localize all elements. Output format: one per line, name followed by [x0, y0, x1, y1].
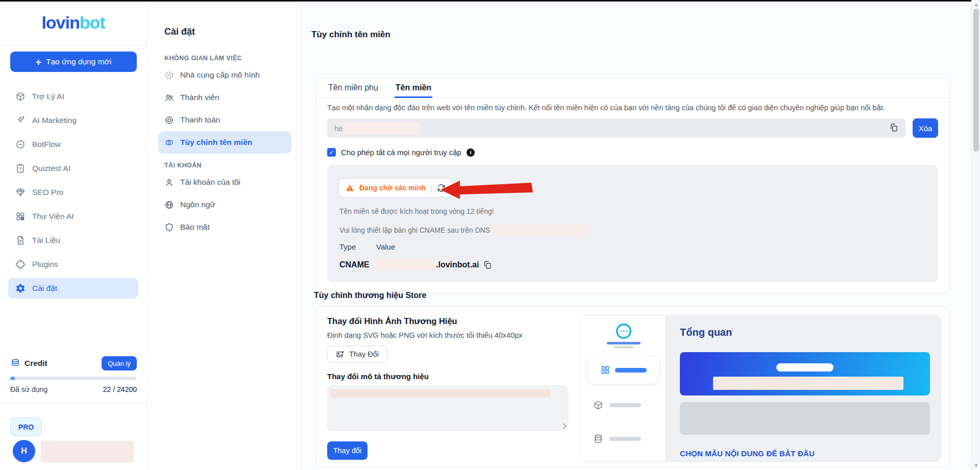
- preview-brand-logo: [581, 323, 666, 348]
- coins-icon: [10, 358, 20, 368]
- nav-item-custom-domain[interactable]: Tùy chỉnh tên miền: [158, 131, 291, 154]
- sidebar-item-label: Plugins: [32, 260, 58, 269]
- dns-provider-redacted: [494, 225, 589, 236]
- plan-badge: PRO: [10, 417, 42, 436]
- store-branding-card: Thay đổi Hình Ảnh Thương Hiệu Định dạng …: [315, 306, 950, 467]
- sidebar-item-label: SEO Pro: [32, 188, 63, 197]
- preview-nav-active-item: [588, 356, 659, 384]
- page-scrollbar[interactable]: ▲ ▼: [971, 0, 980, 470]
- user-name-redacted: [41, 441, 134, 462]
- sidebar-item-label: Tài Liệu: [32, 236, 60, 245]
- change-image-button[interactable]: Thay Đổi: [327, 345, 387, 363]
- app-sidebar: lovinbot +Tạo ứng dụng mới Trợ Lý AI AI …: [0, 0, 147, 470]
- nav-item-label: Thành viên: [180, 93, 219, 102]
- dns-type-header: Type: [339, 242, 376, 251]
- preview-mini-sidebar: [581, 315, 666, 461]
- people-icon: [164, 93, 174, 103]
- preview-gradient-banner: [680, 352, 930, 395]
- dns-instruction: Vui lòng thiết lập bản ghi CNAME sau trê…: [339, 226, 490, 234]
- sidebar-item-ai-marketing[interactable]: AI Marketing: [8, 110, 138, 131]
- domain-tabs: Tên miền phụ Tên miền: [316, 78, 949, 98]
- copy-icon[interactable]: [889, 123, 899, 133]
- logo-accent: bot: [80, 13, 105, 33]
- tab-domain[interactable]: Tên miền: [395, 78, 432, 98]
- scrollbar-down-arrow[interactable]: ▼: [972, 461, 980, 469]
- scrollbar-thumb[interactable]: [973, 9, 979, 152]
- globe-icon: [164, 200, 174, 210]
- svg-text:?: ?: [19, 166, 21, 171]
- database-icon: [593, 434, 603, 444]
- avatar[interactable]: H: [13, 440, 35, 462]
- credit-title: Credit: [24, 359, 47, 368]
- sparkle-icon: [15, 115, 26, 126]
- main-content: Tùy chỉnh tên miền Tên miền phụ Tên miền…: [298, 0, 971, 470]
- dns-value-suffix: .lovinbot.ai: [436, 260, 479, 269]
- nav-item-label: Nhà cung cấp mô hình: [180, 70, 260, 80]
- sidebar-menu: Trợ Lý AI AI Marketing BotFlow ? Quiztes…: [0, 78, 146, 299]
- top-border: [0, 0, 971, 2]
- domain-description: Tạo một nhận dạng độc đáo trên web với t…: [327, 104, 938, 112]
- verification-status-badge[interactable]: Đang chờ xác minh |: [338, 178, 452, 197]
- credit-manage-button[interactable]: Quản lý: [102, 356, 137, 370]
- sidebar-divider: [0, 403, 147, 404]
- submit-description-button[interactable]: Thay đổi: [327, 441, 368, 460]
- badge-separator: |: [430, 184, 432, 192]
- credit-section: Credit Quản lý Đã sử dụng 22 / 24200: [10, 356, 137, 393]
- app-logo[interactable]: lovinbot: [0, 0, 146, 45]
- preview-brand-subtitle-placeholder: [614, 347, 633, 348]
- brand-description-redacted: [331, 389, 550, 398]
- sidebar-item-botflow[interactable]: BotFlow: [8, 134, 138, 155]
- settings-nav: Cài đặt KHÔNG GIAN LÀM VIỆC Nhà cung cấp…: [148, 0, 297, 470]
- nav-item-language[interactable]: Ngôn ngữ: [158, 193, 291, 216]
- preview-nav-item: [593, 400, 641, 410]
- preview-nav-item: [593, 434, 641, 444]
- nav-item-model-provider[interactable]: Nhà cung cấp mô hình: [158, 64, 291, 86]
- sidebar-item-quiztest-ai[interactable]: ? Quiztest AI: [8, 158, 138, 179]
- dns-record-type: CNAME: [339, 260, 376, 269]
- sidebar-item-cai-dat[interactable]: Cài đặt: [8, 278, 138, 299]
- domain-input-value: he: [334, 124, 343, 133]
- sidebar-item-plugins[interactable]: Plugins: [8, 254, 138, 275]
- brand-description-label: Thay đổi mô tả thương hiệu: [327, 372, 570, 381]
- info-icon[interactable]: i: [467, 149, 475, 157]
- brand-image-hint: Định dạng SVG hoặc PNG với kích thước tố…: [327, 331, 570, 339]
- credit-used-label: Đã sử dụng: [10, 385, 47, 393]
- copy-icon[interactable]: [483, 260, 492, 269]
- store-preview: Tổng quan CHỌN MẪU NỘI DUNG ĐỂ BẮT ĐẦU: [580, 315, 941, 462]
- nav-item-label: Bảo mật: [180, 222, 210, 232]
- nav-item-security[interactable]: Bảo mật: [158, 216, 291, 238]
- new-app-button[interactable]: +Tạo ứng dụng mới: [10, 52, 137, 72]
- cube-icon: [15, 91, 26, 102]
- person-icon: [164, 178, 174, 187]
- nav-item-members[interactable]: Thành viên: [158, 86, 291, 109]
- dns-record-row: CNAME .lovinbot.ai: [339, 259, 492, 271]
- public-access-checkbox[interactable]: ✓: [327, 148, 336, 157]
- venn-circles-icon: [164, 138, 174, 147]
- sidebar-item-seo-pro[interactable]: SEO Pro: [8, 182, 138, 203]
- circle-minus-icon: [15, 139, 26, 150]
- sidebar-item-label: AI Marketing: [32, 116, 77, 125]
- plus-icon: +: [36, 57, 41, 67]
- domain-input[interactable]: he: [327, 118, 905, 138]
- clipboard-question-icon: ?: [15, 163, 26, 174]
- delete-domain-button[interactable]: Xóa: [913, 118, 938, 138]
- new-app-label: Tạo ứng dụng mới: [46, 57, 111, 66]
- sidebar-item-thu-vien-ai[interactable]: Thư Viện AI: [8, 206, 138, 227]
- nav-item-billing[interactable]: Thanh toán: [158, 109, 291, 131]
- scan-dots-icon: [164, 70, 174, 80]
- scrollbar-up-arrow[interactable]: ▲: [972, 1, 980, 9]
- domain-redacted: [344, 122, 420, 134]
- warning-triangle-icon: [345, 183, 355, 193]
- red-arrow-annotation: [440, 180, 533, 200]
- grid-icon: [15, 211, 26, 221]
- gear-icon: [15, 283, 26, 293]
- tab-subdomain[interactable]: Tên miền phụ: [327, 78, 379, 98]
- nav-item-my-account[interactable]: Tài khoản của tôi: [158, 171, 291, 193]
- verification-status-label: Đang chờ xác minh: [359, 184, 426, 192]
- textarea-resize-handle[interactable]: [560, 423, 566, 429]
- sidebar-item-tai-lieu[interactable]: Tài Liệu: [8, 230, 138, 251]
- preview-cta-link[interactable]: CHỌN MẪU NỘI DUNG ĐỂ BẮT ĐẦU: [680, 449, 815, 458]
- sidebar-item-tro-ly-ai[interactable]: Trợ Lý AI: [8, 86, 138, 107]
- brand-description-textarea[interactable]: [327, 385, 568, 431]
- preview-banner-pill-placeholder: [776, 363, 834, 372]
